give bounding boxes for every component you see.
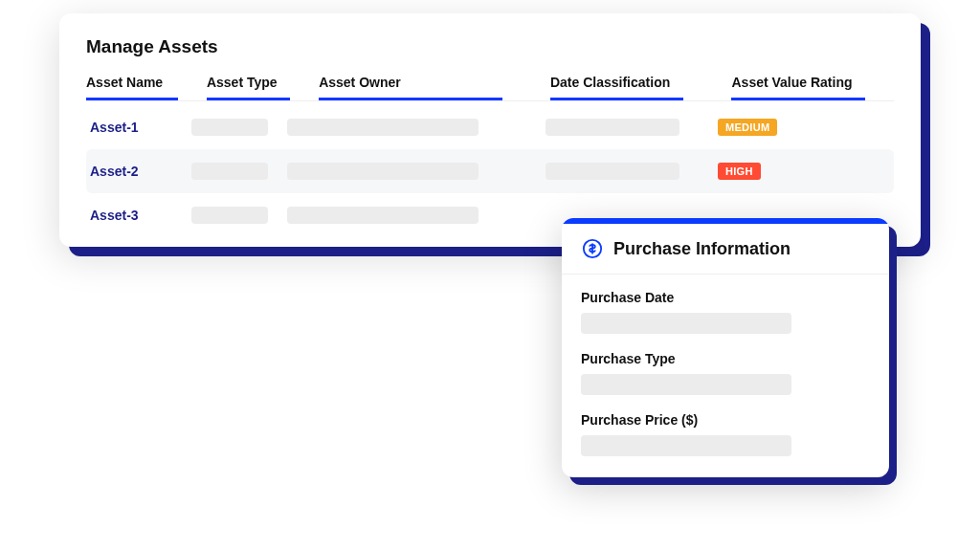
- table-row[interactable]: Asset-1 MEDIUM: [86, 105, 894, 149]
- popup-body: Purchase Date Purchase Type Purchase Pri…: [562, 275, 889, 477]
- skeleton-placeholder: [191, 163, 268, 180]
- asset-name-link[interactable]: Asset-1: [86, 120, 191, 135]
- skeleton-placeholder: [287, 163, 479, 180]
- purchase-price-label: Purchase Price ($): [581, 412, 870, 428]
- form-group-purchase-type: Purchase Type: [581, 351, 870, 395]
- dollar-circle-icon: [581, 237, 604, 260]
- skeleton-placeholder: [191, 207, 268, 224]
- skeleton-placeholder: [287, 119, 479, 136]
- rating-badge-medium: MEDIUM: [718, 119, 777, 136]
- col-asset-type[interactable]: Asset Type: [207, 75, 290, 100]
- popup-title: Purchase Information: [613, 239, 791, 259]
- assets-table-header: Asset Name Asset Type Asset Owner Date C…: [86, 75, 894, 101]
- col-asset-owner[interactable]: Asset Owner: [319, 75, 502, 100]
- purchase-date-input[interactable]: [581, 313, 791, 334]
- asset-name-link[interactable]: Asset-3: [86, 208, 191, 223]
- skeleton-placeholder: [191, 119, 268, 136]
- purchase-type-label: Purchase Type: [581, 351, 870, 366]
- table-row[interactable]: Asset-2 HIGH: [86, 149, 894, 193]
- skeleton-placeholder: [546, 163, 679, 180]
- purchase-information-panel: Purchase Information Purchase Date Purch…: [562, 218, 889, 477]
- asset-name-link[interactable]: Asset-2: [86, 164, 191, 179]
- skeleton-placeholder: [287, 207, 479, 224]
- form-group-purchase-price: Purchase Price ($): [581, 412, 870, 456]
- col-date-classification[interactable]: Date Classification: [550, 75, 684, 100]
- purchase-type-input[interactable]: [581, 374, 791, 395]
- popup-header: Purchase Information: [562, 224, 889, 275]
- form-group-purchase-date: Purchase Date: [581, 290, 870, 334]
- purchase-price-input[interactable]: [581, 435, 791, 456]
- col-asset-name[interactable]: Asset Name: [86, 75, 178, 100]
- purchase-date-label: Purchase Date: [581, 290, 870, 305]
- rating-badge-high: HIGH: [718, 163, 761, 180]
- page-title: Manage Assets: [86, 36, 894, 57]
- col-asset-value-rating[interactable]: Asset Value Rating: [731, 75, 865, 100]
- skeleton-placeholder: [546, 119, 679, 136]
- manage-assets-card: Manage Assets Asset Name Asset Type Asse…: [59, 13, 921, 247]
